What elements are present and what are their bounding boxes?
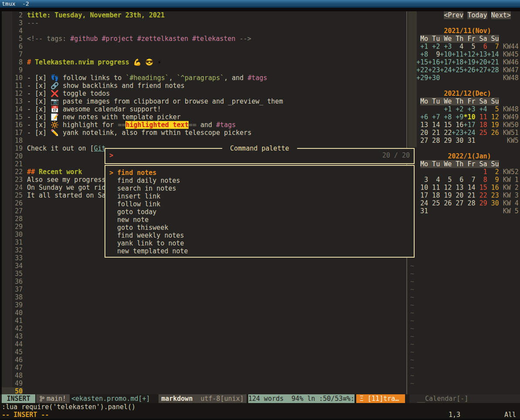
palette-item[interactable]: search in notes <box>105 185 414 192</box>
editor-line[interactable]: 14- [x] 📅 awesome calendar support! <box>2 105 405 113</box>
calendar-blank-row <box>405 231 520 239</box>
line-text <box>23 301 27 309</box>
scrollbar-strip <box>408 11 417 147</box>
ruler-row: -- INSERT -- 1,3 All <box>0 411 520 419</box>
line-number: 50 <box>2 387 23 394</box>
prev-button[interactable]: <Prev <box>444 11 463 19</box>
editor-line[interactable]: 11- [x] 🔗 show backlinks and friend note… <box>2 82 405 90</box>
calendar-week-row[interactable]: 10 11 12 13 14 15 16 KW 2 <box>405 184 520 192</box>
calendar-blank-row <box>405 246 520 254</box>
line-number: 24 <box>2 184 23 192</box>
empty-buffer-tilde: ~ <box>405 278 520 286</box>
editor-line[interactable]: 47 <box>2 364 405 372</box>
scroll-indicator: All <box>504 411 516 419</box>
editor-line[interactable]: 34 <box>2 262 405 270</box>
line-number: 8 <box>2 58 23 66</box>
editor-line[interactable]: 4 <box>2 27 405 35</box>
line-text: - [x] 📷 paste images from clipboard or b… <box>23 97 283 105</box>
editor-line[interactable]: 13- [x] 📷 paste images from clipboard or… <box>2 97 405 105</box>
line-text: <!-- tags: #github #project #zettelkaste… <box>23 35 251 43</box>
editor-line[interactable]: 42 <box>2 325 405 333</box>
palette-item[interactable]: find weekly notes <box>105 232 414 239</box>
next-button[interactable]: Next> <box>491 11 511 19</box>
editor-line[interactable]: 50 <box>2 387 405 394</box>
editor-line[interactable]: 17- [x] ✏️ yank notelink, also from wthi… <box>2 129 405 137</box>
line-number: 3 <box>2 19 23 27</box>
command-line[interactable]: :lua require('telekasten').panel() <box>0 403 520 411</box>
editor-line[interactable]: 15- [x] 📝 new notes with template picker <box>2 113 405 121</box>
calendar-week-row[interactable]: +6 +7 +8 +9*10 11 12 KW49 <box>405 113 520 121</box>
calendar-week-row[interactable]: +29+30 KW48 <box>405 74 520 82</box>
line-text: - [x] 👣 follow links to `#headings`, `^p… <box>23 74 267 82</box>
editor-line[interactable]: 36 <box>2 278 405 286</box>
editor-line[interactable]: 9 <box>2 66 405 74</box>
editor-line[interactable]: 43 <box>2 333 405 340</box>
filename-segment: <ekasten.promo.md[+] <box>71 394 150 403</box>
calendar-week-row[interactable]: +8 9+10+11+12+13+14 KW45 <box>405 50 520 58</box>
editor-line[interactable]: 5<!-- tags: #github #project #zettelkast… <box>2 35 405 43</box>
calendar-week-row[interactable]: 31 KW 5 <box>405 207 520 215</box>
line-number: 15 <box>2 113 23 121</box>
line-number: 47 <box>2 364 23 372</box>
line-number: 16 <box>2 121 23 129</box>
editor-line[interactable]: 45 <box>2 348 405 356</box>
line-number: 32 <box>2 246 23 254</box>
palette-item[interactable]: goto thisweek <box>105 224 414 232</box>
editor-line[interactable]: 6 <box>2 43 405 50</box>
editor-line[interactable]: 40 <box>2 309 405 317</box>
palette-result-counter: 20 / 20 <box>382 149 410 162</box>
line-text <box>23 207 27 215</box>
editor-line[interactable]: 8# Telekasten.nvim progress 💪 😎 ⚡ <box>2 58 405 66</box>
editor-line[interactable]: 12- [x] ❌ toggle todos <box>2 90 405 97</box>
calendar-weekday-header: Mo Tu We Th Fr Sa Su <box>405 97 520 105</box>
editor-line[interactable]: 3--- <box>2 19 405 27</box>
calendar-week-row[interactable]: 3 4 5 6 7 8 9 KW 1 <box>405 176 520 184</box>
line-number: 27 <box>2 207 23 215</box>
editor-line[interactable]: 7 <box>2 50 405 58</box>
calendar-week-row[interactable]: +22+23+24+25+26+27+28 KW47 <box>405 66 520 74</box>
calendar-week-row[interactable]: +1 +2 +3 4 5 6 7 KW44 <box>405 43 520 50</box>
calendar-week-row[interactable]: 27 28 29 30 31 KW5 <box>405 137 520 144</box>
editor-line[interactable]: 39 <box>2 301 405 309</box>
calendar-week-row[interactable]: +1 +2 +3 +4 5 KW48 <box>405 105 520 113</box>
palette-item[interactable]: yank link to note <box>105 239 414 247</box>
today-button[interactable]: Today <box>467 11 487 19</box>
editor-line[interactable]: 46 <box>2 356 405 364</box>
editor-line[interactable]: 35 <box>2 270 405 278</box>
line-number: 7 <box>2 50 23 58</box>
line-text <box>23 380 27 387</box>
palette-item[interactable]: find daily notes <box>105 177 414 185</box>
calendar-week-row[interactable]: 1 2 KW52 <box>405 168 520 176</box>
line-text <box>23 317 27 325</box>
palette-item[interactable]: follow link <box>105 200 414 208</box>
line-text <box>23 325 27 333</box>
editor-line[interactable]: 16- [x] 🔆 highlight for ==highlighted te… <box>2 121 405 129</box>
calendar-week-row[interactable]: 13 14 15 16+17 18 19 KW50 <box>405 121 520 129</box>
empty-buffer-tilde: ~ <box>405 364 520 372</box>
palette-item[interactable]: new templated note <box>105 247 414 255</box>
editor-line[interactable]: 37 <box>2 286 405 293</box>
line-text <box>23 137 27 144</box>
editor-line[interactable]: 48 <box>2 372 405 380</box>
palette-item[interactable]: new note <box>105 216 414 224</box>
editor-line[interactable]: 49 <box>2 380 405 387</box>
palette-item[interactable]: insert link <box>105 192 414 200</box>
calendar-week-row[interactable]: 20 21 22+23+24 25 26 KW51 <box>405 129 520 137</box>
calendar-week-row[interactable]: +15+16+17+18+19+20+21 KW46 <box>405 58 520 66</box>
calendar-blank-row <box>405 254 520 262</box>
editor-line[interactable]: 2title: Tuesday, November 23th, 2021 <box>2 11 405 19</box>
palette-item[interactable]: goto today <box>105 208 414 216</box>
calendar-blank-row <box>405 144 520 152</box>
calendar-nav-row: <Prev Today Next> <box>405 11 520 19</box>
editor-line[interactable]: 10- [x] 👣 follow links to `#headings`, `… <box>2 74 405 82</box>
editor-line[interactable]: 38 <box>2 293 405 301</box>
line-text <box>23 270 27 278</box>
line-number: 14 <box>2 105 23 113</box>
calendar-week-row[interactable]: 24 25 26 27 28 29 30 KW 4 <box>405 199 520 207</box>
palette-item[interactable]: > find notes <box>105 169 414 177</box>
editor-line[interactable]: 18 <box>2 137 405 144</box>
calendar-sidebar[interactable]: <Prev Today Next> 2021/11(Nov) Mo Tu We … <box>405 11 520 394</box>
calendar-week-row[interactable]: 17 18 19 20 21 22 23 KW 3 <box>405 192 520 199</box>
editor-line[interactable]: 44 <box>2 340 405 348</box>
editor-line[interactable]: 41 <box>2 317 405 325</box>
